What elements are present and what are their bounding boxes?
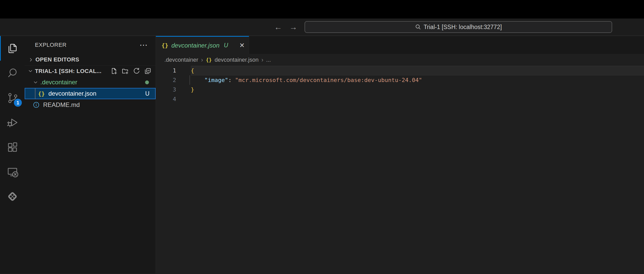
activity-bar-item-search[interactable] xyxy=(0,61,25,85)
workspace-section-label: TRIAL-1 [SSH: LOCAL... xyxy=(35,68,101,75)
json-file-icon: {} xyxy=(206,57,212,63)
breadcrumb-separator-icon: › xyxy=(201,57,203,63)
breadcrumb: .devcontainer › {} devcontainer.json › .… xyxy=(156,54,644,66)
activity-bar-item-run-debug[interactable] xyxy=(0,110,25,135)
extensions-icon xyxy=(6,141,18,153)
git-untracked-badge: U xyxy=(145,90,149,97)
new-file-icon[interactable] xyxy=(110,68,117,75)
activity-bar-item-explorer[interactable] xyxy=(0,36,25,61)
code-line[interactable]: 3} xyxy=(156,85,644,94)
diamond-extension-icon xyxy=(6,190,18,203)
line-number: 1 xyxy=(156,66,176,75)
folder-name: .devcontainer xyxy=(40,79,77,86)
forward-arrow-icon[interactable]: → xyxy=(289,23,297,31)
more-actions-icon[interactable]: ⋯ xyxy=(139,41,148,49)
files-icon xyxy=(6,42,18,54)
code-token: { xyxy=(191,67,194,74)
search-icon xyxy=(415,24,421,30)
back-arrow-icon[interactable]: ← xyxy=(274,23,282,31)
window-title: Trial-1 [SSH: localhost:32772] xyxy=(424,24,502,31)
code-token: } xyxy=(191,86,194,93)
untracked-dot-badge xyxy=(145,80,149,84)
explorer-sidebar: EXPLORER ⋯ OPEN EDITORS TRIAL-1 [SSH: LO… xyxy=(25,36,156,273)
workbench: 1 xyxy=(0,36,644,273)
breadcrumb-symbol-tail[interactable]: ... xyxy=(266,57,271,63)
tree-item-devcontainer-folder[interactable]: .devcontainer xyxy=(25,77,156,88)
sidebar-header: EXPLORER ⋯ xyxy=(25,36,156,54)
tab-git-badge: U xyxy=(224,42,228,49)
sidebar-title: EXPLORER xyxy=(35,42,67,48)
top-black-strip xyxy=(0,0,644,19)
tree-item-readme[interactable]: README.md xyxy=(25,99,156,111)
code-line-content[interactable] xyxy=(191,94,644,104)
collapse-all-icon[interactable] xyxy=(144,68,151,75)
breadcrumb-separator-icon: › xyxy=(261,57,263,63)
editor-area: {} devcontainer.json U ✕ .devcontainer ›… xyxy=(156,36,644,273)
info-icon xyxy=(33,102,40,108)
tab-devcontainer-json[interactable]: {} devcontainer.json U ✕ xyxy=(156,36,249,54)
tab-bar: {} devcontainer.json U ✕ xyxy=(156,36,644,54)
tree-item-devcontainer-json[interactable]: {} devcontainer.json U xyxy=(25,88,156,99)
json-file-icon: {} xyxy=(162,42,168,49)
code-token: "image" xyxy=(204,77,228,83)
code-editor[interactable]: 1{2 "image": "mcr.microsoft.com/devconta… xyxy=(156,66,644,273)
code-line[interactable]: 1{ xyxy=(156,66,644,75)
chevron-right-icon xyxy=(28,57,34,63)
open-editors-section[interactable]: OPEN EDITORS xyxy=(25,54,156,65)
title-bar: ← → Trial-1 [SSH: localhost:32772] xyxy=(0,19,644,36)
code-token xyxy=(191,77,204,83)
workspace-section-header[interactable]: TRIAL-1 [SSH: LOCAL... xyxy=(25,65,156,77)
tab-close-icon[interactable]: ✕ xyxy=(239,42,245,49)
code-token: "mcr.microsoft.com/devcontainers/base:de… xyxy=(235,77,422,83)
command-center-search[interactable]: Trial-1 [SSH: localhost:32772] xyxy=(305,21,612,33)
chevron-down-icon xyxy=(32,79,39,85)
code-line[interactable]: 2 "image": "mcr.microsoft.com/devcontain… xyxy=(156,75,644,85)
file-name: README.md xyxy=(43,101,80,108)
code-token: : xyxy=(228,77,235,83)
activity-bar-item-extensions[interactable] xyxy=(0,135,25,159)
activity-bar-item-extension-diamond[interactable] xyxy=(0,184,25,209)
code-line-content[interactable]: } xyxy=(191,85,644,94)
file-name: devcontainer.json xyxy=(49,90,97,97)
code-line-content[interactable]: { xyxy=(191,66,644,75)
code-lines: 1{2 "image": "mcr.microsoft.com/devconta… xyxy=(156,66,644,104)
json-file-icon: {} xyxy=(38,90,45,97)
activity-bar-item-source-control[interactable]: 1 xyxy=(0,85,25,110)
code-line-content[interactable]: "image": "mcr.microsoft.com/devcontainer… xyxy=(191,75,644,85)
breadcrumb-file[interactable]: devcontainer.json xyxy=(215,57,259,63)
new-folder-icon[interactable] xyxy=(122,68,129,75)
breadcrumb-folder[interactable]: .devcontainer xyxy=(164,57,198,63)
activity-bar-item-remote-explorer[interactable] xyxy=(0,159,25,184)
chevron-down-icon xyxy=(27,68,33,74)
source-control-badge: 1 xyxy=(14,99,22,107)
line-number: 2 xyxy=(156,75,176,85)
code-line[interactable]: 4 xyxy=(156,94,644,104)
activity-bar: 1 xyxy=(0,36,25,273)
refresh-icon[interactable] xyxy=(133,68,140,75)
tree-indent-guide xyxy=(35,88,35,99)
remote-explorer-icon xyxy=(6,166,18,178)
run-debug-icon xyxy=(6,116,18,129)
line-number: 3 xyxy=(156,85,176,94)
line-number: 4 xyxy=(156,94,176,104)
search-icon xyxy=(6,67,18,79)
tab-label: devcontainer.json xyxy=(172,42,220,49)
open-editors-label: OPEN EDITORS xyxy=(35,56,79,63)
